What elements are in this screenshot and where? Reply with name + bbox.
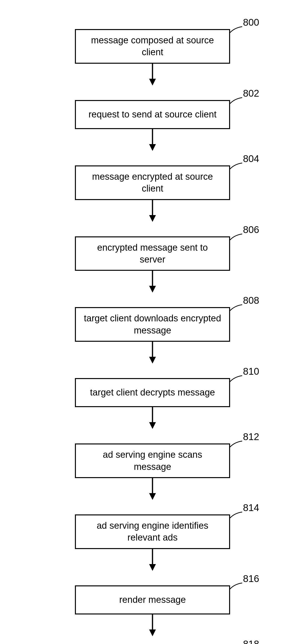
leader-line <box>229 234 243 241</box>
leader-line <box>229 512 243 519</box>
flow-step: 814 ad serving engine identifies relevan… <box>75 500 230 549</box>
process-box: target client decrypts message <box>75 378 230 407</box>
arrow-down-icon <box>148 200 157 222</box>
step-ref-number: 814 <box>243 502 259 513</box>
leader-line <box>229 441 243 448</box>
arrow-down-icon <box>148 614 157 636</box>
process-text: target client decrypts message <box>90 386 215 398</box>
arrow-down-icon <box>148 478 157 500</box>
step-ref-number: 802 <box>243 88 259 99</box>
process-text: message composed at source client <box>83 34 222 58</box>
step-ref-number: 806 <box>243 224 259 235</box>
leader-line <box>229 98 243 105</box>
svg-marker-13 <box>149 493 156 500</box>
process-text: target client downloads encrypted messag… <box>83 312 222 336</box>
process-box: encrypted message sent to server <box>75 236 230 271</box>
arrow-down-icon <box>148 271 157 292</box>
arrow-down-icon <box>148 129 157 151</box>
arrow-down-icon <box>148 407 157 429</box>
process-box: ad serving engine identifies relevant ad… <box>75 514 230 549</box>
label-row: 818 <box>75 636 230 644</box>
label-row: 814 <box>75 500 230 514</box>
svg-marker-11 <box>149 422 156 429</box>
process-box: target client downloads encrypted messag… <box>75 307 230 342</box>
step-ref-number: 812 <box>243 431 259 442</box>
label-row: 810 <box>75 364 230 378</box>
label-row: 800 <box>75 14 230 29</box>
label-row: 808 <box>75 292 230 307</box>
svg-marker-7 <box>149 286 156 292</box>
flow-step: 806 encrypted message sent to server <box>75 222 230 271</box>
label-row: 804 <box>75 151 230 166</box>
step-ref-number: 818 <box>243 639 259 644</box>
step-ref-number: 808 <box>243 295 259 306</box>
process-text: render message <box>119 594 186 606</box>
svg-marker-15 <box>149 564 156 571</box>
process-box: message composed at source client <box>75 29 230 64</box>
label-row: 806 <box>75 222 230 236</box>
label-row: 802 <box>75 86 230 100</box>
process-box: request to send at source client <box>75 100 230 129</box>
flow-step: 816 render message <box>75 571 230 614</box>
label-row: 812 <box>75 429 230 444</box>
flow-step: 808 target client downloads encrypted me… <box>75 292 230 342</box>
step-ref-number: 804 <box>243 153 259 164</box>
svg-marker-9 <box>149 357 156 364</box>
process-text: request to send at source client <box>89 108 216 120</box>
arrow-down-icon <box>148 549 157 571</box>
flow-step: 800 message composed at source client <box>75 14 230 64</box>
arrow-down-icon <box>148 64 157 86</box>
leader-line <box>229 305 243 312</box>
step-ref-number: 810 <box>243 366 259 377</box>
svg-marker-3 <box>149 144 156 151</box>
svg-marker-1 <box>149 79 156 86</box>
process-box: ad serving engine scans message <box>75 444 230 478</box>
process-text: encrypted message sent to server <box>83 242 222 266</box>
flow-step: 818 serve relevant ads <box>75 636 230 644</box>
process-box: render message <box>75 586 230 614</box>
flow-step: 810 target client decrypts message <box>75 364 230 407</box>
flow-step: 802 request to send at source client <box>75 86 230 129</box>
process-text: ad serving engine scans message <box>83 449 222 473</box>
process-box: message encrypted at source client <box>75 166 230 200</box>
leader-line <box>229 27 243 34</box>
flow-step: 804 message encrypted at source client <box>75 151 230 200</box>
step-ref-number: 800 <box>243 17 259 28</box>
leader-line <box>229 163 243 170</box>
process-text: ad serving engine identifies relevant ad… <box>83 520 222 544</box>
flow-step: 812 ad serving engine scans message <box>75 429 230 478</box>
leader-line <box>229 583 243 590</box>
arrow-down-icon <box>148 342 157 364</box>
process-text: message encrypted at source client <box>83 171 222 195</box>
leader-line <box>229 376 243 383</box>
flowchart-container: 800 message composed at source client 80… <box>0 14 305 644</box>
svg-marker-5 <box>149 215 156 222</box>
label-row: 816 <box>75 571 230 586</box>
step-ref-number: 816 <box>243 573 259 584</box>
svg-marker-17 <box>149 630 156 636</box>
